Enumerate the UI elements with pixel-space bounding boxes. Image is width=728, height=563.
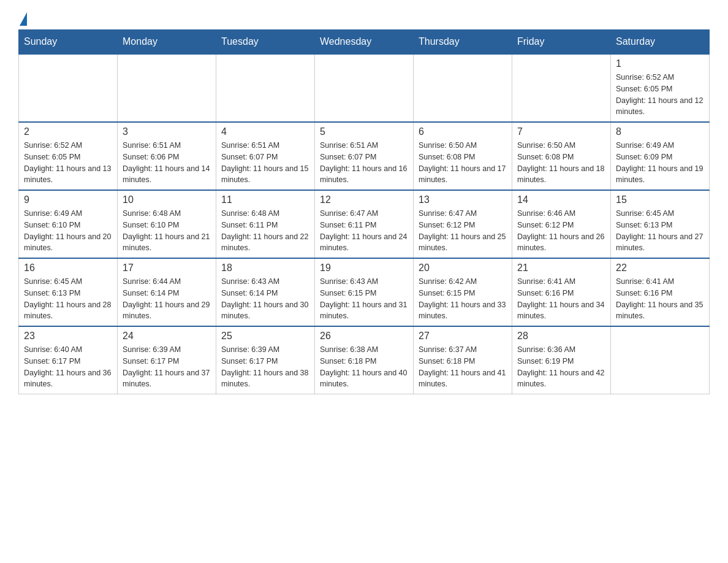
calendar-cell: 7Sunrise: 6:50 AMSunset: 6:08 PMDaylight… (512, 122, 611, 190)
calendar-cell: 22Sunrise: 6:41 AMSunset: 6:16 PMDayligh… (611, 258, 710, 326)
calendar-cell (216, 54, 315, 122)
day-info: Sunrise: 6:48 AMSunset: 6:10 PMDaylight:… (123, 208, 211, 254)
day-info: Sunrise: 6:38 AMSunset: 6:18 PMDaylight:… (320, 344, 408, 390)
calendar-cell: 16Sunrise: 6:45 AMSunset: 6:13 PMDayligh… (19, 258, 118, 326)
calendar-cell: 4Sunrise: 6:51 AMSunset: 6:07 PMDaylight… (216, 122, 315, 190)
calendar-week-row: 2Sunrise: 6:52 AMSunset: 6:05 PMDaylight… (19, 122, 710, 190)
day-number: 17 (123, 262, 211, 274)
day-number: 12 (320, 194, 408, 205)
calendar-cell: 3Sunrise: 6:51 AMSunset: 6:06 PMDaylight… (118, 122, 216, 190)
calendar-cell: 8Sunrise: 6:49 AMSunset: 6:09 PMDaylight… (611, 122, 710, 190)
day-of-week-header: Friday (512, 30, 611, 55)
calendar-week-row: 23Sunrise: 6:40 AMSunset: 6:17 PMDayligh… (19, 326, 710, 394)
day-info: Sunrise: 6:39 AMSunset: 6:17 PMDaylight:… (221, 344, 309, 390)
day-number: 28 (517, 331, 605, 342)
day-info: Sunrise: 6:45 AMSunset: 6:13 PMDaylight:… (616, 208, 704, 254)
day-number: 18 (221, 262, 309, 274)
day-number: 26 (320, 331, 408, 342)
calendar-table: SundayMondayTuesdayWednesdayThursdayFrid… (18, 29, 710, 394)
day-info: Sunrise: 6:46 AMSunset: 6:12 PMDaylight:… (517, 208, 605, 254)
day-info: Sunrise: 6:51 AMSunset: 6:07 PMDaylight:… (221, 140, 309, 186)
day-info: Sunrise: 6:49 AMSunset: 6:10 PMDaylight:… (24, 208, 112, 254)
day-info: Sunrise: 6:44 AMSunset: 6:14 PMDaylight:… (123, 276, 211, 322)
day-number: 27 (419, 331, 507, 342)
day-number: 20 (419, 262, 507, 274)
day-number: 22 (616, 262, 704, 274)
day-info: Sunrise: 6:43 AMSunset: 6:14 PMDaylight:… (221, 276, 309, 322)
day-info: Sunrise: 6:50 AMSunset: 6:08 PMDaylight:… (517, 140, 605, 186)
day-info: Sunrise: 6:51 AMSunset: 6:06 PMDaylight:… (123, 140, 211, 186)
day-number: 2 (24, 126, 112, 137)
calendar-cell: 28Sunrise: 6:36 AMSunset: 6:19 PMDayligh… (512, 326, 611, 394)
day-info: Sunrise: 6:47 AMSunset: 6:12 PMDaylight:… (419, 208, 507, 254)
day-info: Sunrise: 6:41 AMSunset: 6:16 PMDaylight:… (517, 276, 605, 322)
day-info: Sunrise: 6:47 AMSunset: 6:11 PMDaylight:… (320, 208, 408, 254)
calendar-cell: 20Sunrise: 6:42 AMSunset: 6:15 PMDayligh… (414, 258, 512, 326)
day-info: Sunrise: 6:39 AMSunset: 6:17 PMDaylight:… (123, 344, 211, 390)
calendar-cell: 11Sunrise: 6:48 AMSunset: 6:11 PMDayligh… (216, 190, 315, 258)
calendar-cell: 14Sunrise: 6:46 AMSunset: 6:12 PMDayligh… (512, 190, 611, 258)
calendar-cell: 24Sunrise: 6:39 AMSunset: 6:17 PMDayligh… (118, 326, 216, 394)
day-number: 19 (320, 262, 408, 274)
calendar-header: SundayMondayTuesdayWednesdayThursdayFrid… (19, 30, 710, 55)
day-number: 13 (419, 194, 507, 205)
day-number: 11 (221, 194, 309, 205)
day-of-week-header: Saturday (611, 30, 710, 55)
day-info: Sunrise: 6:40 AMSunset: 6:17 PMDaylight:… (24, 344, 112, 390)
calendar-cell: 10Sunrise: 6:48 AMSunset: 6:10 PMDayligh… (118, 190, 216, 258)
calendar-cell (512, 54, 611, 122)
day-info: Sunrise: 6:52 AMSunset: 6:05 PMDaylight:… (616, 72, 704, 118)
calendar-cell (414, 54, 512, 122)
calendar-cell: 9Sunrise: 6:49 AMSunset: 6:10 PMDaylight… (19, 190, 118, 258)
calendar-cell: 12Sunrise: 6:47 AMSunset: 6:11 PMDayligh… (315, 190, 414, 258)
day-number: 21 (517, 262, 605, 274)
calendar-cell (19, 54, 118, 122)
calendar-body: 1Sunrise: 6:52 AMSunset: 6:05 PMDaylight… (19, 54, 710, 394)
day-of-week-header: Tuesday (216, 30, 315, 55)
days-of-week-row: SundayMondayTuesdayWednesdayThursdayFrid… (19, 30, 710, 55)
day-number: 8 (616, 126, 704, 137)
calendar-cell (611, 326, 710, 394)
day-number: 9 (24, 194, 112, 205)
day-info: Sunrise: 6:51 AMSunset: 6:07 PMDaylight:… (320, 140, 408, 186)
calendar-cell: 21Sunrise: 6:41 AMSunset: 6:16 PMDayligh… (512, 258, 611, 326)
day-info: Sunrise: 6:43 AMSunset: 6:15 PMDaylight:… (320, 276, 408, 322)
day-number: 10 (123, 194, 211, 205)
calendar-cell: 6Sunrise: 6:50 AMSunset: 6:08 PMDaylight… (414, 122, 512, 190)
day-info: Sunrise: 6:50 AMSunset: 6:08 PMDaylight:… (419, 140, 507, 186)
calendar-cell: 17Sunrise: 6:44 AMSunset: 6:14 PMDayligh… (118, 258, 216, 326)
calendar-cell: 25Sunrise: 6:39 AMSunset: 6:17 PMDayligh… (216, 326, 315, 394)
calendar-week-row: 16Sunrise: 6:45 AMSunset: 6:13 PMDayligh… (19, 258, 710, 326)
day-info: Sunrise: 6:41 AMSunset: 6:16 PMDaylight:… (616, 276, 704, 322)
calendar-cell: 26Sunrise: 6:38 AMSunset: 6:18 PMDayligh… (315, 326, 414, 394)
calendar-week-row: 1Sunrise: 6:52 AMSunset: 6:05 PMDaylight… (19, 54, 710, 122)
calendar-cell: 13Sunrise: 6:47 AMSunset: 6:12 PMDayligh… (414, 190, 512, 258)
calendar-cell (315, 54, 414, 122)
calendar-cell: 15Sunrise: 6:45 AMSunset: 6:13 PMDayligh… (611, 190, 710, 258)
calendar-cell: 18Sunrise: 6:43 AMSunset: 6:14 PMDayligh… (216, 258, 315, 326)
day-info: Sunrise: 6:42 AMSunset: 6:15 PMDaylight:… (419, 276, 507, 322)
calendar-cell: 27Sunrise: 6:37 AMSunset: 6:18 PMDayligh… (414, 326, 512, 394)
day-number: 6 (419, 126, 507, 137)
day-number: 24 (123, 331, 211, 342)
day-of-week-header: Thursday (414, 30, 512, 55)
day-number: 1 (616, 58, 704, 69)
calendar-cell (118, 54, 216, 122)
day-number: 7 (517, 126, 605, 137)
calendar-cell: 19Sunrise: 6:43 AMSunset: 6:15 PMDayligh… (315, 258, 414, 326)
header (18, 12, 710, 23)
day-number: 15 (616, 194, 704, 205)
day-info: Sunrise: 6:49 AMSunset: 6:09 PMDaylight:… (616, 140, 704, 186)
day-number: 5 (320, 126, 408, 137)
calendar-cell: 1Sunrise: 6:52 AMSunset: 6:05 PMDaylight… (611, 54, 710, 122)
day-info: Sunrise: 6:37 AMSunset: 6:18 PMDaylight:… (419, 344, 507, 390)
day-of-week-header: Monday (118, 30, 216, 55)
calendar-cell: 5Sunrise: 6:51 AMSunset: 6:07 PMDaylight… (315, 122, 414, 190)
day-number: 4 (221, 126, 309, 137)
calendar-cell: 23Sunrise: 6:40 AMSunset: 6:17 PMDayligh… (19, 326, 118, 394)
day-number: 14 (517, 194, 605, 205)
day-info: Sunrise: 6:36 AMSunset: 6:19 PMDaylight:… (517, 344, 605, 390)
day-number: 25 (221, 331, 309, 342)
day-info: Sunrise: 6:45 AMSunset: 6:13 PMDaylight:… (24, 276, 112, 322)
logo (18, 12, 27, 23)
